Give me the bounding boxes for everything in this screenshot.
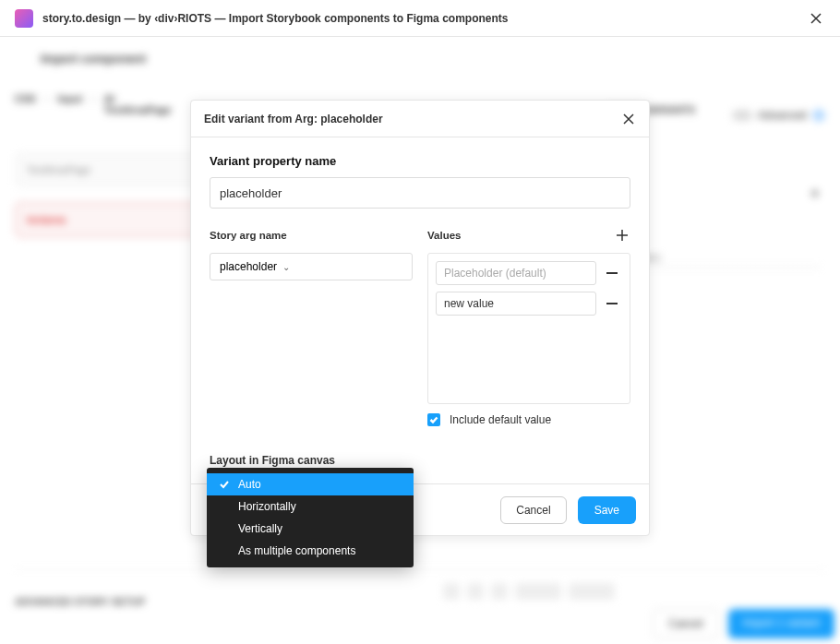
dropdown-item-auto[interactable]: Auto <box>207 473 414 495</box>
variant-property-input[interactable] <box>210 177 630 209</box>
remove-value-button[interactable] <box>606 297 618 310</box>
close-icon[interactable] <box>807 9 825 28</box>
variant-property-label: Variant property name <box>210 154 630 168</box>
save-button[interactable]: Save <box>578 496 636 524</box>
add-value-button[interactable] <box>614 227 630 244</box>
remove-value-button[interactable] <box>606 267 618 280</box>
check-icon <box>218 478 231 491</box>
app-logo <box>15 9 33 28</box>
modal-header: Edit variant from Arg: placeholder <box>191 101 649 137</box>
modal-title: Edit variant from Arg: placeholder <box>204 113 621 125</box>
story-arg-label: Story arg name <box>210 230 413 241</box>
app-bar: story.to.design — by ‹div›RIOTS — Import… <box>0 0 840 37</box>
layout-label: Layout in Figma canvas <box>210 454 630 467</box>
dropdown-item-vertically[interactable]: Vertically <box>207 518 414 540</box>
include-default-row: Include default value <box>427 413 630 426</box>
dropdown-item-horizontally[interactable]: Horizontally <box>207 495 414 518</box>
value-row <box>436 292 622 316</box>
dropdown-item-multiple[interactable]: As multiple components <box>207 540 414 562</box>
values-label: Values <box>427 230 614 241</box>
story-arg-column: Story arg name placeholder ⌄ <box>210 227 413 426</box>
include-default-checkbox[interactable] <box>427 413 440 426</box>
value-input-0[interactable] <box>436 261 596 285</box>
modal-overlay: Edit variant from Arg: placeholder Varia… <box>0 37 840 644</box>
cancel-button[interactable]: Cancel <box>500 496 566 524</box>
story-arg-select[interactable]: placeholder ⌄ <box>210 253 413 280</box>
chevron-down-icon: ⌄ <box>282 262 290 272</box>
values-box <box>427 253 630 404</box>
modal-close-icon[interactable] <box>621 112 636 126</box>
value-row <box>436 261 622 285</box>
values-column: Values <box>427 227 630 426</box>
layout-dropdown: Auto Horizontally Vertically As multiple… <box>207 468 414 567</box>
app-title: story.to.design — by ‹div›RIOTS — Import… <box>42 12 807 25</box>
value-input-1[interactable] <box>436 292 596 316</box>
include-default-label: Include default value <box>450 413 551 426</box>
modal-body: Variant property name Story arg name pla… <box>191 137 649 483</box>
story-arg-value: placeholder <box>220 260 277 273</box>
